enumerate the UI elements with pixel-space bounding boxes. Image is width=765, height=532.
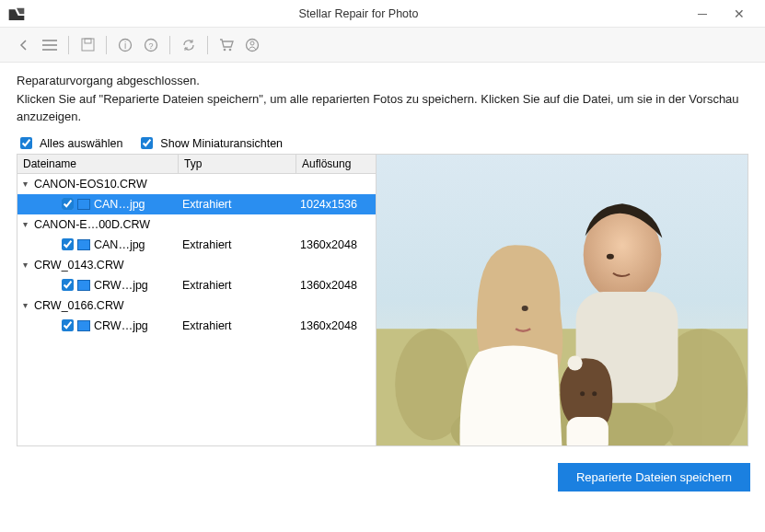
image-icon: [77, 239, 90, 250]
minimize-button[interactable]: ─: [684, 1, 721, 27]
svg-point-21: [580, 391, 585, 396]
row-checkbox[interactable]: [62, 198, 74, 210]
svg-point-9: [250, 41, 254, 45]
user-icon[interactable]: [239, 32, 265, 58]
svg-point-7: [228, 48, 231, 51]
close-button[interactable]: ✕: [721, 1, 758, 27]
row-checkbox[interactable]: [62, 279, 74, 291]
tree-parent-row[interactable]: ▾CANON-E…00D.CRW: [17, 214, 376, 235]
svg-point-24: [568, 355, 583, 370]
save-repaired-files-button[interactable]: Reparierte Dateien speichern: [558, 463, 750, 492]
hamburger-icon[interactable]: [37, 32, 63, 58]
svg-text:i: i: [124, 40, 126, 51]
info-icon[interactable]: i: [112, 32, 138, 58]
svg-text:?: ?: [148, 41, 153, 51]
tree-parent-row[interactable]: ▾CANON-EOS10.CRW: [17, 174, 376, 194]
toolbar: i ?: [0, 28, 765, 63]
app-logo-icon: [7, 6, 26, 21]
tree-parent-row[interactable]: ▾CRW_0143.CRW: [17, 255, 376, 275]
svg-point-6: [223, 48, 226, 51]
save-icon[interactable]: [75, 32, 100, 58]
show-thumbnails-checkbox[interactable]: Show Miniaturansichten: [137, 137, 283, 150]
row-checkbox[interactable]: [62, 319, 74, 331]
tree-child-row[interactable]: CAN…jpgExtrahiert1024x1536: [17, 194, 376, 214]
tree-child-row[interactable]: CRW…jpgExtrahiert1360x2048: [17, 316, 376, 336]
image-icon: [77, 320, 90, 331]
select-all-checkbox[interactable]: Alles auswählen: [17, 137, 122, 150]
svg-point-22: [592, 391, 597, 396]
tree-child-row[interactable]: CRW…jpgExtrahiert1360x2048: [17, 275, 376, 295]
cart-icon[interactable]: [214, 32, 239, 58]
column-headers: Dateiname Typ Auflösung: [17, 155, 376, 174]
col-type[interactable]: Typ: [179, 155, 296, 173]
window-title: Stellar Repair for Photo: [33, 7, 684, 20]
svg-point-17: [607, 253, 614, 259]
row-checkbox[interactable]: [62, 238, 74, 250]
preview-pane: [377, 155, 748, 445]
col-resolution[interactable]: Auflösung: [296, 155, 376, 173]
svg-rect-1: [85, 39, 91, 43]
col-filename[interactable]: Dateiname: [17, 155, 179, 173]
svg-rect-0: [82, 39, 94, 51]
status-text: Reparaturvorgang abgeschlossen.: [17, 74, 748, 87]
file-tree[interactable]: ▾CANON-EOS10.CRWCAN…jpgExtrahiert1024x15…: [17, 174, 376, 445]
image-icon: [77, 280, 90, 291]
image-icon: [77, 199, 90, 210]
svg-point-19: [522, 306, 528, 311]
back-icon[interactable]: [11, 32, 37, 58]
help-icon[interactable]: ?: [138, 32, 164, 58]
svg-rect-23: [567, 417, 609, 445]
tree-child-row[interactable]: CAN…jpgExtrahiert1360x2048: [17, 235, 376, 255]
refresh-icon[interactable]: [176, 32, 202, 58]
hint-text: Klicken Sie auf "Reparierte Dateien spei…: [17, 91, 748, 126]
tree-parent-row[interactable]: ▾CRW_0166.CRW: [17, 295, 376, 316]
